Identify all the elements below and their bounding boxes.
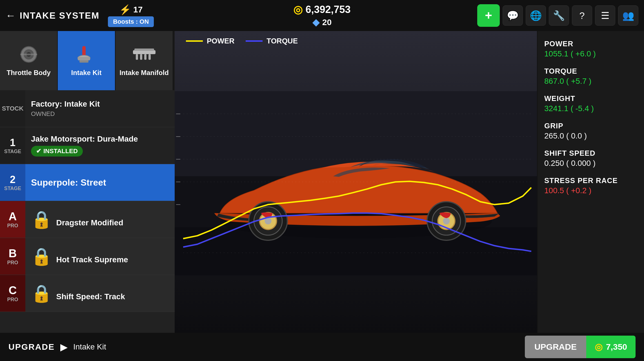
- upgrade-info-stageB: 🔒 Hot Track Supreme: [25, 242, 175, 271]
- lock-icon-B: 🔒: [31, 247, 52, 266]
- upgrade-cost-button[interactable]: ◎ 7,350: [586, 336, 636, 358]
- svg-rect-10: [140, 54, 142, 60]
- stage-badge-B: B PRO: [0, 238, 25, 275]
- upgrade-name-stageA: Dragster Modified: [56, 218, 123, 227]
- upgrade-row-stock[interactable]: STOCK Factory: Intake Kit OWNED: [0, 90, 175, 127]
- svg-rect-3: [20, 54, 37, 55]
- upgrade-info-stageA: 🔒 Dragster Modified: [25, 205, 175, 234]
- stat-stress: STRESS PER RACE 100.5 ( +0.2 ): [544, 176, 637, 195]
- upgrade-row-stageB[interactable]: B PRO 🔒 Hot Track Supreme: [0, 238, 175, 275]
- upgrade-cost-section: UPGRADE ◎ 7,350: [525, 336, 636, 358]
- upgrade-name-stage2: Superpole: Street: [31, 177, 169, 188]
- installed-badge: ✔ INSTALLED: [31, 146, 83, 157]
- tab-throttle-body-label: Throttle Body: [7, 69, 51, 77]
- stage-letter-C: C: [9, 284, 17, 297]
- svg-rect-6: [78, 57, 90, 60]
- cost-coin-icon: ◎: [595, 342, 603, 352]
- coin-icon: ◎: [293, 3, 303, 16]
- social-button[interactable]: 👥: [618, 5, 638, 26]
- stage-badge-A: A PRO: [0, 201, 25, 238]
- boosts-button[interactable]: Boosts : ON: [108, 16, 154, 27]
- stage-number-2: 2: [10, 174, 15, 186]
- back-button[interactable]: ← INTAKE SYSTEM: [6, 10, 99, 21]
- tab-intake-kit-label: Intake Kit: [71, 69, 101, 77]
- upgrade-info-stageC: 🔒 Shift Speed: Track: [25, 279, 175, 308]
- installed-label: INSTALLED: [43, 148, 78, 155]
- intake-kit-icon: [74, 45, 99, 66]
- upgrade-list: STOCK Factory: Intake Kit OWNED 1 STAGE …: [0, 90, 175, 333]
- tab-bar: Throttle Body Intake Kit Intake Mani: [0, 31, 175, 90]
- upgrade-row-stageC[interactable]: C PRO 🔒 Shift Speed: Track: [0, 275, 175, 312]
- torque-line-legend: [246, 40, 263, 42]
- stage-badge-C: C PRO: [0, 275, 25, 312]
- chat-button[interactable]: 💬: [503, 5, 523, 26]
- svg-rect-13: [134, 49, 154, 51]
- stock-label: STOCK: [2, 105, 24, 112]
- diamond-icon: ◆: [312, 17, 319, 28]
- tab-intake-manifold-label: Intake Manifold: [119, 69, 169, 77]
- grip-value: 265.0 ( 0.0 ): [544, 131, 637, 140]
- torque-label: TORQUE: [544, 67, 637, 76]
- coins-display: ◎ 6,392,753: [293, 3, 350, 16]
- lock-icon-C: 🔒: [31, 284, 52, 303]
- diamonds-display: ◆ 20: [312, 17, 332, 28]
- car-container: [175, 48, 537, 319]
- stage-label-A: PRO: [7, 223, 18, 229]
- power-legend-label: POWER: [207, 37, 234, 45]
- bolt-icon: ⚡: [119, 4, 131, 15]
- stat-shift-speed: SHIFT SPEED 0.250 ( 0.000 ): [544, 149, 637, 168]
- upgrade-name-stageB: Hot Track Supreme: [56, 255, 128, 264]
- shift-speed-label: SHIFT SPEED: [544, 149, 637, 158]
- bolt-count: 17: [133, 5, 143, 14]
- upgrade-row-stage1[interactable]: 1 STAGE Jake Motorsport: Dura-Made ✔ INS…: [0, 127, 175, 164]
- menu-button[interactable]: ☰: [595, 5, 615, 26]
- stats-panel: POWER 1055.1 ( +6.0 ) TORQUE 867.0 ( +5.…: [537, 31, 644, 333]
- svg-rect-11: [144, 54, 146, 60]
- tab-intake-manifold[interactable]: Intake Manifold: [116, 31, 173, 90]
- upgrade-row-stage2[interactable]: 2 STAGE Superpole: Street: [0, 164, 175, 201]
- grip-label: GRIP: [544, 122, 637, 130]
- legend-power: POWER: [186, 37, 234, 45]
- tab-throttle-body[interactable]: Throttle Body: [0, 31, 58, 90]
- weight-label: WEIGHT: [544, 94, 637, 103]
- upgrade-row-stageA[interactable]: A PRO 🔒 Dragster Modified: [0, 201, 175, 238]
- upgrade-name-stage1: Jake Motorsport: Dura-Made: [31, 135, 169, 144]
- svg-point-25: [443, 218, 450, 224]
- svg-rect-7: [79, 60, 88, 63]
- back-arrow-icon: ←: [6, 10, 16, 21]
- graph-legend: POWER TORQUE: [186, 37, 298, 45]
- stage-label-1: STAGE: [4, 149, 21, 155]
- stress-label: STRESS PER RACE: [544, 176, 637, 185]
- stress-value: 100.5 ( +0.2 ): [544, 186, 637, 195]
- stage-label-2: STAGE: [4, 186, 21, 191]
- stat-grip: GRIP 265.0 ( 0.0 ): [544, 122, 637, 140]
- intake-manifold-icon: [132, 45, 157, 66]
- top-right-nav: + 💬 🌐 🔧 ? ☰ 👥: [477, 4, 638, 27]
- currency-display: ◎ 6,392,753 ◆ 20: [293, 3, 350, 28]
- throttle-body-icon: [16, 45, 41, 66]
- add-button[interactable]: +: [477, 4, 500, 27]
- power-value: 1055.1 ( +6.0 ): [544, 49, 637, 58]
- torque-legend-label: TORQUE: [267, 37, 298, 45]
- legend-torque: TORQUE: [246, 37, 298, 45]
- upgrade-name-stageC: Shift Speed: Track: [56, 292, 125, 301]
- svg-rect-9: [136, 54, 138, 60]
- upgrade-name-stock: Factory: Intake Kit: [31, 100, 169, 109]
- stage-number-1: 1: [10, 137, 15, 149]
- stage-badge-1: 1 STAGE: [0, 127, 25, 164]
- top-bar: ← INTAKE SYSTEM ⚡ 17 Boosts : ON ◎ 6,392…: [0, 0, 644, 31]
- torque-value: 867.0 ( +5.7 ): [544, 77, 637, 86]
- upgrade-button-label[interactable]: UPGRADE: [525, 336, 586, 358]
- globe-button[interactable]: 🌐: [526, 5, 546, 26]
- coins-value: 6,392,753: [305, 4, 350, 16]
- upgrade-bottom-label: UPGRADE: [8, 342, 55, 352]
- help-button[interactable]: ?: [572, 5, 592, 26]
- page-title: INTAKE SYSTEM: [20, 10, 99, 21]
- upgrade-info-stock: Factory: Intake Kit OWNED: [25, 95, 175, 122]
- stat-torque: TORQUE 867.0 ( +5.7 ): [544, 67, 637, 86]
- stat-power: POWER 1055.1 ( +6.0 ): [544, 39, 637, 58]
- check-icon: ✔: [36, 148, 41, 155]
- wrench-button[interactable]: 🔧: [549, 5, 569, 26]
- tab-intake-kit[interactable]: Intake Kit: [58, 31, 116, 90]
- bottom-bar: UPGRADE ▶ Intake Kit UPGRADE ◎ 7,350: [0, 333, 644, 361]
